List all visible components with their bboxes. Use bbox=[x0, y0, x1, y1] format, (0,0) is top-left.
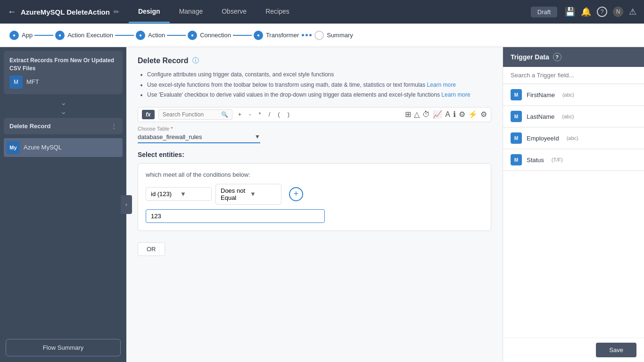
step-summary[interactable]: Summary bbox=[314, 31, 353, 40]
step-label-summary: Summary bbox=[327, 32, 353, 39]
trigger-field-type-lastname: (abc) bbox=[562, 114, 574, 119]
condition-field-select[interactable]: id (123) ▼ bbox=[146, 187, 212, 201]
tab-observe[interactable]: Observe bbox=[212, 1, 256, 23]
bullet-3: Use 'Evaluate' checkbox to derive valid … bbox=[147, 90, 491, 100]
formula-toolbar: fx 🔍 + - * / ( ) ⊞ △ ⏱ 📈 bbox=[138, 107, 491, 122]
step-dot-summary bbox=[314, 31, 324, 40]
required-indicator: * bbox=[171, 126, 173, 132]
tab-manage[interactable]: Manage bbox=[170, 1, 213, 23]
action-menu-icon[interactable]: ⋮ bbox=[111, 123, 117, 130]
step-label-app: App bbox=[22, 32, 33, 39]
trigger-field-status[interactable]: M Status (T/F) bbox=[503, 149, 644, 171]
step-label-action-execution: Action Execution bbox=[67, 32, 113, 39]
condition-operator-arrow-icon: ▼ bbox=[250, 190, 276, 197]
top-nav: ← AzureMySQL DeleteAction ✏ Design Manag… bbox=[0, 0, 644, 24]
step-label-connection: Connection bbox=[200, 32, 231, 39]
back-button[interactable]: ← bbox=[8, 7, 16, 17]
notification-icon[interactable]: 🔔 bbox=[581, 7, 591, 17]
learn-more-link-2[interactable]: Learn more bbox=[441, 91, 470, 98]
delete-record-info-icon[interactable]: ⓘ bbox=[192, 57, 199, 65]
step-wizard: ● App ● Action Execution ● Action ● Conn… bbox=[0, 24, 644, 47]
draft-badge: Draft bbox=[531, 7, 557, 17]
step-line-4 bbox=[233, 35, 252, 36]
trigger-search-input[interactable] bbox=[511, 72, 636, 79]
collapse-handle[interactable]: ‹ bbox=[121, 195, 132, 214]
bullet-list: Configure attributes using trigger data,… bbox=[147, 70, 491, 100]
or-button[interactable]: OR bbox=[138, 242, 165, 256]
tab-recipes[interactable]: Recipes bbox=[256, 1, 299, 23]
step-dot-connection: ● bbox=[188, 31, 197, 40]
grid-icon[interactable]: ⊞ bbox=[405, 110, 411, 119]
search-function-input[interactable]: 🔍 bbox=[158, 109, 232, 120]
trigger-label: MFT bbox=[26, 78, 39, 85]
learn-more-link-1[interactable]: Learn more bbox=[427, 82, 456, 88]
main-layout: Extract Records From New Or Updated CSV … bbox=[0, 47, 644, 362]
step-action-execution[interactable]: ● Action Execution bbox=[55, 31, 113, 40]
step-dot-action-execution: ● bbox=[55, 31, 65, 40]
top-icons: 💾 🔔 ? N ⚠ bbox=[565, 7, 636, 17]
help-icon[interactable]: ? bbox=[597, 7, 607, 17]
trigger-item[interactable]: M MFT bbox=[9, 75, 117, 89]
trigger-data-title: Trigger Data bbox=[511, 53, 549, 61]
info-icon[interactable]: ℹ bbox=[453, 110, 456, 119]
main-content: Delete Record ⓘ Configure attributes usi… bbox=[126, 47, 503, 362]
step-action[interactable]: ● Action bbox=[136, 31, 165, 40]
action-item-icon: My bbox=[7, 141, 20, 154]
trigger-data-header: Trigger Data ? bbox=[503, 47, 644, 67]
trigger-data-search[interactable] bbox=[503, 67, 644, 84]
condition-value-input[interactable] bbox=[146, 209, 325, 223]
action-item[interactable]: My Azure MySQL bbox=[4, 138, 123, 157]
table-select-dropdown[interactable]: database_firewall_rules ▼ bbox=[138, 133, 260, 143]
trigger-field-icon-lastname: M bbox=[511, 111, 522, 122]
condition-operator-select[interactable]: Does not Equal ▼ bbox=[215, 184, 281, 205]
trigger-field-name-firstname: FirstName bbox=[527, 91, 555, 99]
op-multiply[interactable]: * bbox=[257, 110, 263, 119]
warning-icon[interactable]: ⚠ bbox=[629, 7, 636, 17]
op-divide[interactable]: / bbox=[267, 110, 272, 119]
trigger-data-info-icon[interactable]: ? bbox=[553, 53, 561, 61]
step-dots-indicator bbox=[302, 34, 312, 36]
conditions-title: which meet all of the conditions below: bbox=[146, 171, 483, 178]
add-condition-button[interactable]: + bbox=[289, 187, 303, 201]
trend-icon[interactable]: 📈 bbox=[433, 110, 442, 119]
bolt-icon[interactable]: ⚡ bbox=[468, 110, 478, 119]
op-paren-close[interactable]: ) bbox=[286, 110, 291, 119]
step-app[interactable]: ● App bbox=[9, 31, 33, 40]
bullet-2: Use excel-style functions from the toolb… bbox=[147, 80, 491, 90]
user-avatar[interactable]: N bbox=[613, 7, 623, 17]
op-plus[interactable]: + bbox=[236, 110, 244, 119]
edit-icon[interactable]: ✏ bbox=[114, 8, 119, 16]
text-icon[interactable]: A bbox=[445, 110, 450, 119]
config-icon[interactable]: ⚙ bbox=[480, 110, 487, 119]
op-minus[interactable]: - bbox=[247, 110, 253, 119]
trigger-field-lastname[interactable]: M LastName (abc) bbox=[503, 106, 644, 127]
trigger-field-employeeid[interactable]: M EmployeeId (abc) bbox=[503, 128, 644, 149]
tab-design[interactable]: Design bbox=[129, 1, 170, 23]
flow-summary-button[interactable]: Flow Summary bbox=[6, 339, 121, 356]
step-line-3 bbox=[167, 35, 186, 36]
table-label: Choose Table * bbox=[138, 126, 491, 132]
trigger-field-name-employeeid: EmployeeId bbox=[527, 135, 559, 142]
search-icon: 🔍 bbox=[221, 111, 228, 118]
step-line-2 bbox=[115, 35, 134, 36]
step-label-transformer: Transformer bbox=[266, 32, 299, 39]
time-icon[interactable]: ⏱ bbox=[422, 110, 430, 119]
condition-row: id (123) ▼ Does not Equal ▼ + bbox=[146, 184, 483, 205]
nav-tabs: Design Manage Observe Recipes bbox=[129, 1, 299, 23]
step-transformer[interactable]: ● Transformer bbox=[254, 31, 299, 40]
step-connection[interactable]: ● Connection bbox=[188, 31, 231, 40]
table-select-value: database_firewall_rules bbox=[138, 133, 252, 140]
step-dot-transformer: ● bbox=[254, 31, 263, 40]
fx-label: fx bbox=[142, 110, 155, 119]
settings-icon[interactable]: ⚙ bbox=[459, 110, 465, 119]
save-button[interactable]: Save bbox=[596, 343, 636, 357]
trigger-field-firstname[interactable]: M FirstName (abc) bbox=[503, 84, 644, 106]
action-label: Delete Record bbox=[9, 123, 50, 130]
condition-operator-value: Does not Equal bbox=[221, 187, 247, 201]
chart-icon[interactable]: △ bbox=[414, 110, 420, 119]
save-icon[interactable]: 💾 bbox=[565, 7, 575, 17]
condition-value-row bbox=[146, 209, 483, 223]
trigger-icon: M bbox=[9, 75, 23, 89]
op-paren-open[interactable]: ( bbox=[276, 110, 281, 119]
search-function-field[interactable] bbox=[163, 111, 219, 118]
